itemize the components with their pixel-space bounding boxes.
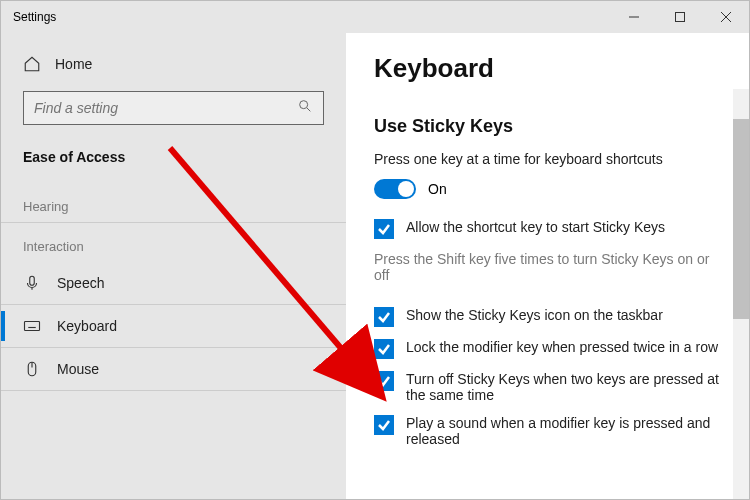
settings-window: Settings Home Ease of Access Hearing Int… (0, 0, 750, 500)
svg-rect-7 (25, 322, 40, 331)
search-input[interactable] (34, 100, 297, 116)
content-pane: Keyboard Use Sticky Keys Press one key a… (346, 33, 749, 499)
checkbox-label: Lock the modifier key when pressed twice… (406, 339, 718, 355)
scrollbar-track[interactable] (733, 89, 749, 499)
page-title: Keyboard (374, 53, 721, 84)
checkbox-label: Allow the shortcut key to start Sticky K… (406, 219, 665, 235)
svg-point-4 (300, 101, 308, 109)
search-icon (297, 98, 313, 118)
svg-line-5 (307, 108, 310, 111)
keyboard-icon (23, 317, 41, 335)
titlebar: Settings (1, 1, 749, 33)
checkbox-icon (374, 307, 394, 327)
sticky-keys-toggle[interactable] (374, 179, 416, 199)
checkbox-icon (374, 339, 394, 359)
window-title: Settings (13, 10, 56, 24)
divider (1, 390, 346, 391)
nav-mouse-label: Mouse (57, 361, 99, 377)
hint-shift5: Press the Shift key five times to turn S… (374, 251, 721, 283)
nav-home[interactable]: Home (1, 45, 346, 83)
checkbox-icon (374, 415, 394, 435)
breadcrumb: Ease of Access (1, 141, 346, 183)
section-desc: Press one key at a time for keyboard sho… (374, 151, 721, 167)
checkbox-show-icon[interactable]: Show the Sticky Keys icon on the taskbar (374, 307, 721, 327)
svg-rect-1 (676, 13, 685, 22)
mouse-icon (23, 360, 41, 378)
microphone-icon (23, 274, 41, 292)
toggle-state-label: On (428, 181, 447, 197)
checkbox-lock-modifier[interactable]: Lock the modifier key when pressed twice… (374, 339, 721, 359)
checkbox-icon (374, 219, 394, 239)
checkbox-allow-shortcut[interactable]: Allow the shortcut key to start Sticky K… (374, 219, 721, 239)
home-icon (23, 55, 41, 73)
checkbox-play-sound[interactable]: Play a sound when a modifier key is pres… (374, 415, 721, 447)
close-button[interactable] (703, 1, 749, 33)
nav-keyboard-label: Keyboard (57, 318, 117, 334)
scrollbar-thumb[interactable] (733, 119, 749, 319)
nav-mouse[interactable]: Mouse (1, 348, 346, 390)
checkbox-turn-off-two-keys[interactable]: Turn off Sticky Keys when two keys are p… (374, 371, 721, 403)
minimize-button[interactable] (611, 1, 657, 33)
nav-home-label: Home (55, 56, 92, 72)
group-hearing: Hearing (1, 183, 346, 222)
maximize-button[interactable] (657, 1, 703, 33)
nav-speech-label: Speech (57, 275, 104, 291)
nav-speech[interactable]: Speech (1, 262, 346, 304)
checkbox-icon (374, 371, 394, 391)
checkbox-label: Play a sound when a modifier key is pres… (406, 415, 721, 447)
sidebar: Home Ease of Access Hearing Interaction … (1, 33, 346, 499)
checkbox-label: Turn off Sticky Keys when two keys are p… (406, 371, 721, 403)
svg-rect-6 (30, 276, 35, 285)
search-box[interactable] (23, 91, 324, 125)
nav-keyboard[interactable]: Keyboard (1, 305, 346, 347)
checkbox-label: Show the Sticky Keys icon on the taskbar (406, 307, 663, 323)
section-title: Use Sticky Keys (374, 116, 721, 137)
group-interaction: Interaction (1, 223, 346, 262)
